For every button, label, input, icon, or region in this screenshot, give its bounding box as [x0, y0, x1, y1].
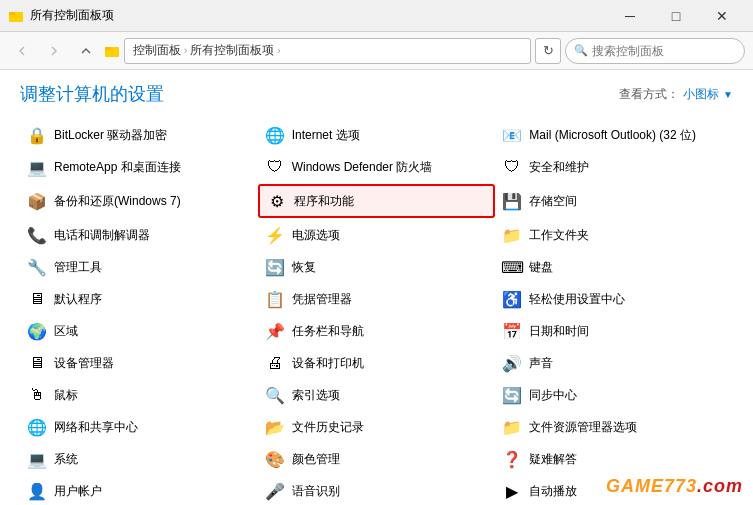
item-label: 声音	[529, 355, 553, 372]
item-icon: 🖨	[264, 352, 286, 374]
up-button[interactable]	[72, 37, 100, 65]
control-panel-item[interactable]: 🛡安全和维护	[495, 152, 733, 182]
item-label: 任务栏和导航	[292, 323, 364, 340]
close-button[interactable]: ✕	[699, 0, 745, 32]
control-panel-item[interactable]: 💻RemoteApp 和桌面连接	[20, 152, 258, 182]
control-panel-item[interactable]: 🔊声音	[495, 348, 733, 378]
crumb-1: 控制面板	[133, 42, 181, 59]
view-label: 查看方式：	[619, 86, 679, 103]
view-mode-button[interactable]: 小图标	[683, 86, 719, 103]
item-icon: 📦	[26, 190, 48, 212]
control-panel-item[interactable]: 📋凭据管理器	[258, 284, 496, 314]
item-icon: 🌐	[26, 416, 48, 438]
item-label: 网络和共享中心	[54, 419, 138, 436]
control-panel-item[interactable]: 🎤语音识别	[258, 476, 496, 505]
control-panel-item[interactable]: 🔄恢复	[258, 252, 496, 282]
address-folder-icon	[104, 43, 120, 59]
item-label: 设备管理器	[54, 355, 114, 372]
item-label: 颜色管理	[292, 451, 340, 468]
control-panel-item[interactable]: ⌨键盘	[495, 252, 733, 282]
item-icon: 💻	[26, 156, 48, 178]
item-icon: 💻	[26, 448, 48, 470]
control-panel-item[interactable]: ❓疑难解答	[495, 444, 733, 474]
window-title: 所有控制面板项	[30, 7, 114, 24]
item-label: Mail (Microsoft Outlook) (32 位)	[529, 127, 696, 144]
item-icon: 🌍	[26, 320, 48, 342]
item-icon: 🛡	[264, 156, 286, 178]
item-icon: 🎤	[264, 480, 286, 502]
item-label: 电话和调制解调器	[54, 227, 150, 244]
control-panel-item[interactable]: ⚡电源选项	[258, 220, 496, 250]
item-label: Internet 选项	[292, 127, 360, 144]
maximize-button[interactable]: □	[653, 0, 699, 32]
back-button[interactable]	[8, 37, 36, 65]
control-panel-item[interactable]: 👤用户帐户	[20, 476, 258, 505]
item-icon: 🎨	[264, 448, 286, 470]
item-label: RemoteApp 和桌面连接	[54, 159, 181, 176]
item-label: 同步中心	[529, 387, 577, 404]
control-panel-item[interactable]: 📅日期和时间	[495, 316, 733, 346]
crumb-2: 所有控制面板项	[190, 42, 274, 59]
item-label: 区域	[54, 323, 78, 340]
control-panel-item[interactable]: 🖨设备和打印机	[258, 348, 496, 378]
control-panel-item[interactable]: 🖱鼠标	[20, 380, 258, 410]
item-icon: 📂	[264, 416, 286, 438]
item-icon: 📅	[501, 320, 523, 342]
control-panel-item[interactable]: 🛡Windows Defender 防火墙	[258, 152, 496, 182]
refresh-button[interactable]: ↻	[535, 38, 561, 64]
item-icon: ❓	[501, 448, 523, 470]
item-icon: 🖱	[26, 384, 48, 406]
control-panel-item[interactable]: ♿轻松使用设置中心	[495, 284, 733, 314]
control-panel-item[interactable]: 📌任务栏和导航	[258, 316, 496, 346]
control-panel-item[interactable]: 💻系统	[20, 444, 258, 474]
item-icon: ▶	[501, 480, 523, 502]
control-panel-item[interactable]: 💾存储空间	[495, 184, 733, 218]
item-label: 键盘	[529, 259, 553, 276]
control-panel-item[interactable]: 📦备份和还原(Windows 7)	[20, 184, 258, 218]
minimize-button[interactable]: ─	[607, 0, 653, 32]
item-icon: 📋	[264, 288, 286, 310]
control-panel-item[interactable]: 🔍索引选项	[258, 380, 496, 410]
item-label: 鼠标	[54, 387, 78, 404]
item-label: 备份和还原(Windows 7)	[54, 193, 181, 210]
window-icon	[8, 8, 24, 24]
control-panel-item[interactable]: 🌐网络和共享中心	[20, 412, 258, 442]
control-panel-item[interactable]: 📧Mail (Microsoft Outlook) (32 位)	[495, 120, 733, 150]
item-label: 凭据管理器	[292, 291, 352, 308]
title-bar: 所有控制面板项 ─ □ ✕	[0, 0, 753, 32]
forward-button[interactable]	[40, 37, 68, 65]
control-panel-item[interactable]: 🖥设备管理器	[20, 348, 258, 378]
title-bar-controls: ─ □ ✕	[607, 0, 745, 32]
item-icon: 🔒	[26, 124, 48, 146]
search-input[interactable]	[592, 44, 742, 58]
item-label: 自动播放	[529, 483, 577, 500]
control-panel-item[interactable]: 📂文件历史记录	[258, 412, 496, 442]
control-panel-item[interactable]: 🖥默认程序	[20, 284, 258, 314]
control-panel-item[interactable]: ▶自动播放	[495, 476, 733, 505]
control-panel-item[interactable]: 📁文件资源管理器选项	[495, 412, 733, 442]
svg-rect-4	[105, 47, 111, 50]
view-arrow-icon[interactable]: ▼	[723, 89, 733, 100]
item-label: 文件资源管理器选项	[529, 419, 637, 436]
control-panel-item[interactable]: 🎨颜色管理	[258, 444, 496, 474]
control-panel-item[interactable]: ⚙程序和功能	[258, 184, 496, 218]
item-label: 用户帐户	[54, 483, 102, 500]
search-box[interactable]: 🔍	[565, 38, 745, 64]
control-panel-item[interactable]: 🌐Internet 选项	[258, 120, 496, 150]
view-options: 查看方式： 小图标 ▼	[619, 86, 733, 103]
control-panel-item[interactable]: 🌍区域	[20, 316, 258, 346]
main-content: 调整计算机的设置 查看方式： 小图标 ▼ 🔒BitLocker 驱动器加密🌐In…	[0, 70, 753, 505]
item-label: 程序和功能	[294, 193, 354, 210]
item-icon: 👤	[26, 480, 48, 502]
address-box[interactable]: 控制面板 › 所有控制面板项 ›	[124, 38, 531, 64]
item-label: 系统	[54, 451, 78, 468]
control-panel-item[interactable]: 🔄同步中心	[495, 380, 733, 410]
control-panel-item[interactable]: 📁工作文件夹	[495, 220, 733, 250]
control-panel-item[interactable]: 📞电话和调制解调器	[20, 220, 258, 250]
control-panel-item[interactable]: 🔒BitLocker 驱动器加密	[20, 120, 258, 150]
item-label: 默认程序	[54, 291, 102, 308]
item-label: 管理工具	[54, 259, 102, 276]
item-icon: ⚡	[264, 224, 286, 246]
control-panel-item[interactable]: 🔧管理工具	[20, 252, 258, 282]
page-title: 调整计算机的设置	[20, 82, 164, 106]
